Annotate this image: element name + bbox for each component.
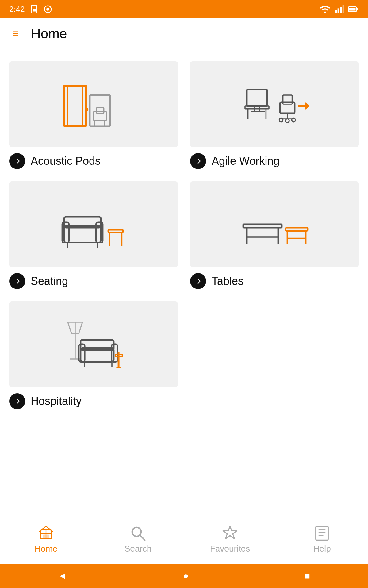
nav-item-search[interactable]: Search	[92, 525, 184, 554]
hamburger-menu[interactable]: ≡	[12, 27, 19, 40]
svg-rect-8	[343, 5, 344, 13]
page-title: Home	[31, 26, 67, 41]
category-item-seating[interactable]: Seating	[9, 181, 178, 289]
seating-arrow	[9, 273, 25, 289]
favourites-nav-label: Favourites	[210, 544, 250, 554]
agile-working-icon	[238, 74, 311, 135]
home-nav-label: Home	[35, 544, 58, 554]
help-nav-label: Help	[313, 544, 331, 554]
seating-label: Seating	[9, 273, 178, 289]
tables-image	[190, 181, 359, 267]
hospitality-icon	[57, 314, 130, 375]
location-icon	[43, 5, 52, 14]
seating-name: Seating	[31, 275, 68, 288]
acoustic-pods-image	[9, 61, 178, 147]
svg-rect-13	[68, 86, 82, 126]
acoustic-pods-label: Acoustic Pods	[9, 153, 178, 169]
agile-working-arrow	[190, 153, 206, 169]
hospitality-label: Hospitality	[9, 393, 178, 409]
tables-icon	[238, 194, 311, 255]
tables-name: Tables	[212, 275, 243, 288]
home-nav-icon	[38, 525, 54, 541]
nav-item-home[interactable]: Home	[0, 525, 92, 554]
hospitality-arrow	[9, 393, 25, 409]
main-content: Acoustic Pods	[0, 49, 368, 514]
svg-point-4	[324, 12, 326, 13]
svg-point-19	[86, 108, 89, 111]
agile-working-label: Agile Working	[190, 153, 359, 169]
tables-label: Tables	[190, 273, 359, 289]
svg-rect-23	[245, 106, 269, 109]
category-item-acoustic-pods[interactable]: Acoustic Pods	[9, 61, 178, 169]
time-display: 2:42	[9, 5, 25, 14]
nav-item-favourites[interactable]: Favourites	[184, 525, 276, 554]
android-recent-button[interactable]: ■	[305, 571, 310, 581]
status-bar: 2:42	[0, 0, 368, 18]
hospitality-image	[9, 301, 178, 387]
svg-point-31	[286, 119, 289, 123]
search-nav-label: Search	[125, 544, 152, 554]
wifi-icon	[320, 4, 331, 15]
category-grid: Acoustic Pods	[9, 61, 359, 409]
bottom-nav: Home Search Favourites Help	[0, 514, 368, 564]
battery-icon	[348, 4, 359, 15]
svg-rect-20	[247, 89, 267, 106]
svg-rect-6	[338, 8, 339, 13]
svg-rect-14	[90, 95, 110, 126]
svg-rect-11	[357, 8, 358, 10]
svg-line-67	[140, 535, 145, 540]
svg-rect-7	[340, 7, 342, 13]
category-item-tables[interactable]: Tables	[190, 181, 359, 289]
agile-working-name: Agile Working	[212, 155, 279, 168]
svg-rect-5	[335, 10, 337, 13]
hospitality-name: Hospitality	[31, 395, 82, 408]
nav-item-help[interactable]: Help	[276, 525, 368, 554]
sim-icon	[29, 5, 39, 14]
svg-point-3	[46, 8, 49, 11]
app-bar: ≡ Home	[0, 18, 368, 49]
svg-rect-47	[286, 228, 308, 231]
svg-rect-43	[243, 224, 282, 228]
svg-rect-1	[33, 9, 36, 12]
search-nav-icon	[130, 525, 146, 541]
acoustic-pods-icon	[57, 74, 130, 135]
svg-rect-16	[97, 108, 104, 113]
seating-image	[9, 181, 178, 267]
acoustic-pods-arrow	[9, 153, 25, 169]
agile-working-image	[190, 61, 359, 147]
svg-point-32	[292, 118, 295, 122]
svg-rect-40	[108, 230, 123, 233]
seating-icon	[57, 194, 130, 255]
acoustic-pods-name: Acoustic Pods	[31, 155, 101, 168]
android-home-button[interactable]: ●	[183, 571, 189, 581]
android-nav-bar: ◄ ● ■	[0, 564, 368, 588]
android-back-button[interactable]: ◄	[58, 571, 67, 581]
help-nav-icon	[314, 525, 330, 541]
category-item-agile-working[interactable]: Agile Working	[190, 61, 359, 169]
category-item-hospitality[interactable]: Hospitality	[9, 301, 178, 409]
svg-marker-68	[223, 526, 237, 539]
signal-icon	[334, 4, 344, 14]
tables-arrow	[190, 273, 206, 289]
svg-rect-10	[349, 8, 356, 11]
svg-point-30	[279, 118, 283, 122]
svg-rect-69	[316, 526, 328, 540]
favourites-nav-icon	[222, 525, 238, 541]
